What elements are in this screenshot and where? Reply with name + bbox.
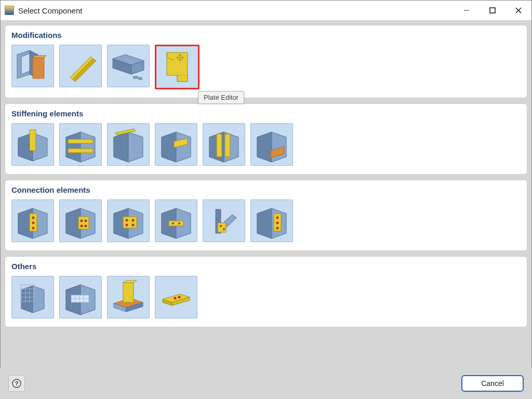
svg-point-45 xyxy=(32,227,35,230)
svg-rect-22 xyxy=(30,130,36,151)
svg-marker-98 xyxy=(123,281,137,283)
thumb-conn-5[interactable] xyxy=(203,200,245,242)
minimize-button[interactable] xyxy=(454,1,480,20)
svg-point-43 xyxy=(32,217,35,219)
svg-point-103 xyxy=(178,296,181,299)
svg-marker-8 xyxy=(72,59,96,82)
svg-rect-26 xyxy=(68,149,93,153)
thumb-stiff-2[interactable] xyxy=(59,123,102,166)
svg-point-59 xyxy=(132,224,135,227)
thumb-beam-split[interactable] xyxy=(107,45,150,87)
svg-rect-55 xyxy=(123,217,137,228)
svg-rect-14 xyxy=(134,76,138,78)
svg-point-57 xyxy=(132,219,135,222)
thumb-conn-6[interactable] xyxy=(250,200,293,242)
svg-rect-6 xyxy=(33,58,44,78)
thumb-stiff-5[interactable] xyxy=(203,123,245,166)
section-others: Others xyxy=(5,256,527,327)
section-modifications: Modifications xyxy=(5,25,527,98)
tooltip-plate-editor: Plate Editor xyxy=(198,91,244,104)
svg-point-56 xyxy=(126,219,128,222)
svg-point-68 xyxy=(220,225,222,227)
maximize-button[interactable] xyxy=(480,1,506,20)
close-button[interactable] xyxy=(506,1,531,20)
svg-marker-24 xyxy=(66,132,81,162)
thumb-conn-4[interactable] xyxy=(155,200,197,242)
thumb-plate-editor[interactable]: Plate Editor xyxy=(155,45,200,89)
section-stiffening: Stiffening elements xyxy=(5,103,527,175)
thumb-stiff-4[interactable] xyxy=(155,123,197,166)
thumb-stiff-6[interactable] xyxy=(250,123,293,166)
dialog-footer: ? Cancel xyxy=(0,368,532,399)
svg-marker-77 xyxy=(21,286,33,313)
svg-point-44 xyxy=(32,222,35,224)
svg-marker-28 xyxy=(114,132,128,162)
svg-point-63 xyxy=(172,222,174,224)
thumb-other-4[interactable] xyxy=(155,276,197,318)
thumb-stiff-1[interactable] xyxy=(11,123,54,166)
svg-text:?: ? xyxy=(15,380,19,387)
svg-point-64 xyxy=(178,222,180,224)
thumb-other-1[interactable] xyxy=(11,276,54,318)
app-icon xyxy=(5,6,14,15)
svg-marker-9 xyxy=(70,57,93,79)
svg-rect-35 xyxy=(225,134,230,157)
thumb-other-3[interactable] xyxy=(107,276,150,318)
thumb-conn-2[interactable] xyxy=(59,200,102,242)
section-title-modifications: Modifications xyxy=(11,31,521,39)
window-title: Select Component xyxy=(18,6,82,15)
thumb-beam-cut[interactable] xyxy=(11,45,54,87)
svg-point-52 xyxy=(85,225,87,228)
svg-marker-4 xyxy=(17,50,30,78)
thumb-plate-tilt[interactable] xyxy=(59,45,102,87)
thumb-conn-1[interactable] xyxy=(11,200,54,242)
svg-marker-38 xyxy=(257,132,272,162)
svg-rect-48 xyxy=(78,217,89,229)
svg-marker-7 xyxy=(33,56,46,58)
svg-rect-1 xyxy=(490,8,495,13)
dialog-body: Modifications xyxy=(1,21,531,364)
section-title-connection: Connection elements xyxy=(11,185,521,194)
svg-rect-97 xyxy=(123,283,134,302)
svg-point-69 xyxy=(223,228,225,230)
section-connection: Connection elements xyxy=(5,180,527,251)
svg-rect-15 xyxy=(139,77,142,79)
svg-marker-67 xyxy=(218,223,226,232)
svg-marker-71 xyxy=(257,208,272,238)
titlebar: Select Component xyxy=(1,1,531,21)
svg-point-50 xyxy=(85,220,87,222)
svg-point-58 xyxy=(126,224,128,227)
cancel-button[interactable]: Cancel xyxy=(461,375,524,392)
svg-point-75 xyxy=(276,227,279,230)
svg-point-102 xyxy=(174,297,177,300)
svg-point-49 xyxy=(81,220,83,222)
svg-point-51 xyxy=(81,225,83,228)
svg-rect-25 xyxy=(68,139,93,143)
svg-point-74 xyxy=(276,222,279,224)
section-title-stiffening: Stiffening elements xyxy=(11,109,521,118)
svg-rect-36 xyxy=(217,134,222,157)
svg-point-73 xyxy=(276,217,279,219)
thumb-conn-3[interactable] xyxy=(107,200,150,242)
section-title-others: Others xyxy=(11,262,521,271)
thumb-stiff-3[interactable] xyxy=(107,123,150,166)
select-component-dialog: Select Component Modifications xyxy=(0,0,532,399)
help-button[interactable]: ? xyxy=(8,375,25,392)
svg-rect-62 xyxy=(169,221,183,226)
thumb-other-2[interactable] xyxy=(59,276,102,318)
